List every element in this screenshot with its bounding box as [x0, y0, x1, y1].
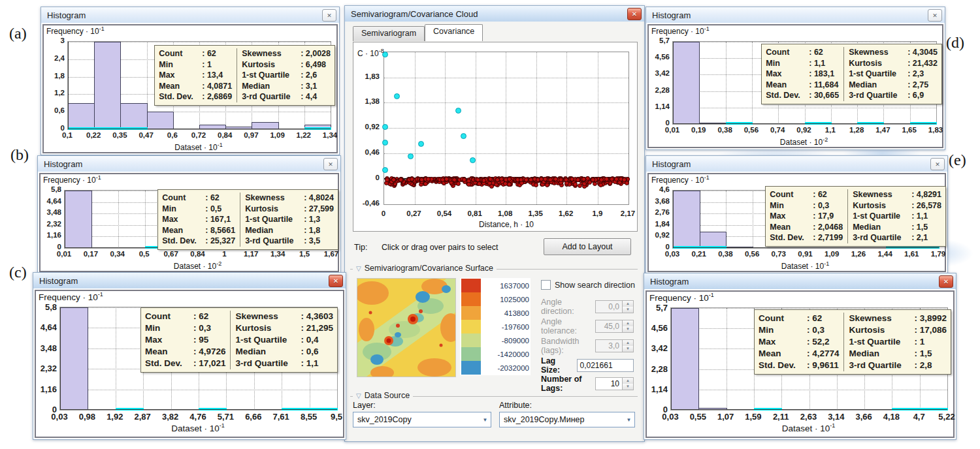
close-button[interactable]: ✕ [939, 275, 953, 288]
close-button[interactable]: ✕ [627, 8, 642, 20]
attribute-dropdown[interactable]: skv_2019Copy.Минер ▼ [499, 412, 635, 427]
spinner-up-icon: ▲ [623, 320, 633, 326]
x-tick-label: 0,27 [402, 209, 427, 217]
histogram-window-f: Histogram✕Frequency · 10-15,74,563,422,2… [644, 273, 956, 440]
x-tick-label: 0,81 [463, 209, 487, 217]
statistic-value: : 4,2774 [807, 348, 840, 360]
statistic-row: Max: 52,2 [759, 336, 840, 348]
y-tick-label: 5,8 [41, 185, 61, 193]
window-body: Frequency · 10-15,74,563,422,281,1400,01… [646, 23, 945, 149]
figure-label-b: (b) [10, 146, 29, 164]
number-of-lags-spinner[interactable]: 10 ▲▼ [595, 377, 634, 390]
covariance-pair-point [391, 178, 396, 182]
statistic-value: : 3,8992 [914, 313, 947, 324]
statistics-box: Count: 62Min: 1,1Max: 183,1Mean: 11,684S… [761, 44, 942, 104]
covariance-pair-point [534, 183, 538, 187]
statistic-name: 1-st Quartile [849, 336, 914, 348]
x-tick-label: 1,17 [238, 250, 263, 258]
collapse-triangle-icon[interactable]: ▽ [356, 265, 361, 272]
window-titlebar[interactable]: Histogram✕ [41, 7, 339, 23]
close-icon: ✕ [932, 12, 938, 19]
spinner-buttons[interactable]: ▲▼ [623, 377, 634, 390]
covariance-pair-point [581, 177, 586, 181]
statistic-name: 1-st Quartile [242, 70, 301, 81]
statistic-value: : 17,086 [914, 324, 947, 336]
layer-dropdown[interactable]: skv_2019Copy ▼ [353, 412, 491, 427]
angle-direction-row: Angle direction: 0,0 ▲▼ [541, 300, 634, 314]
covariance-pair-point [564, 178, 568, 182]
x-tick-label: 0,03 [658, 412, 683, 422]
statistic-row: Count: 62 [770, 189, 843, 200]
collapse-triangle-icon[interactable]: ▽ [356, 392, 361, 399]
close-button[interactable]: ✕ [928, 9, 942, 22]
window-titlebar[interactable]: Histogram✕ [646, 7, 945, 23]
window-titlebar[interactable]: Histogram✕ [646, 156, 947, 172]
window-titlebar[interactable]: Histogram✕ [38, 156, 340, 172]
window-titlebar[interactable]: Semivariogram/Covariance Cloud ✕ [345, 6, 644, 22]
bandwidth-spinner: 3,0 ▲▼ [595, 339, 634, 352]
close-button[interactable]: ✕ [930, 158, 945, 170]
statistic-value: : 2,0468 [813, 222, 843, 233]
histogram-window-e: Histogram✕Frequency · 10-14,63,682,761,8… [645, 155, 948, 274]
covariance-pair-point [604, 177, 609, 181]
statistic-value: : 1 [202, 59, 212, 70]
statistic-value: : 0,3 [813, 200, 829, 211]
statistic-value: : 25,327 [205, 236, 235, 247]
window-body: Frequency · 10-15,74,563,422,281,1400,03… [644, 289, 956, 439]
x-tick-label: 1,83 [923, 126, 948, 134]
selected-pair-point [382, 140, 388, 146]
x-tick-label: 1 [212, 250, 237, 258]
tab-covariance[interactable]: Covariance [425, 24, 483, 41]
number-of-lags-value[interactable]: 10 [595, 377, 623, 390]
x-tick-label: 2,63 [796, 412, 821, 422]
attribute-label: Attribute: [499, 401, 532, 410]
window-titlebar[interactable]: Histogram✕ [644, 273, 956, 290]
window-title: Histogram [38, 159, 82, 169]
angle-tolerance-label: Angle tolerance: [541, 317, 595, 335]
spinner-up-icon: ▲ [623, 301, 633, 307]
statistic-value: : 2,0028 [301, 48, 331, 59]
legend-color-swatch [461, 333, 481, 347]
close-button[interactable]: ✕ [323, 158, 338, 170]
close-button[interactable]: ✕ [329, 275, 343, 287]
statistic-value: : 1,1 [911, 211, 928, 222]
show-search-direction-label: Show search direction [555, 281, 635, 290]
statistic-value: : 27,599 [304, 204, 334, 215]
statistic-row: 1-st Quartile: 1,3 [245, 214, 334, 225]
legend-value: 1637000 [481, 282, 529, 290]
statistic-value: : 0,4 [301, 334, 318, 346]
add-to-layout-button[interactable]: Add to Layout [544, 238, 631, 255]
figure-label-d: (d) [946, 34, 964, 52]
x-tick-label: 1,22 [291, 131, 316, 139]
number-of-lags-label: Number of Lags: [541, 375, 595, 393]
statistic-value: : 52,2 [807, 336, 830, 348]
statistic-row: Min: 0,3 [770, 200, 843, 211]
x-tick-label: 0,56 [740, 250, 764, 258]
statistic-value: : 167,1 [205, 214, 231, 225]
close-button[interactable]: ✕ [322, 9, 336, 22]
covariance-cloud-plot[interactable] [384, 52, 629, 205]
statistic-value: : 17,9 [813, 211, 834, 222]
statistic-row: 3-rd Quartile: 2,1 [853, 232, 941, 243]
x-tick-label: 0,01 [660, 126, 685, 134]
window-titlebar[interactable]: Histogram✕ [33, 273, 346, 289]
statistic-name: 3-rd Quartile [849, 90, 907, 101]
y-tick-label: 0,46 [359, 148, 380, 156]
statistic-row: Mean: 8,5661 [162, 225, 235, 236]
y-axis-line [60, 307, 61, 410]
y-tick-label: 3,42 [649, 69, 670, 77]
statistic-value: : 9,9611 [807, 360, 839, 371]
tab-semivariogram[interactable]: Semivariogram [353, 26, 425, 41]
statistic-name: Min [159, 59, 202, 70]
x-axis-line [673, 123, 936, 124]
show-search-direction-checkbox[interactable]: Show search direction [541, 280, 635, 290]
lag-size-input[interactable]: 0,021661 [577, 359, 634, 372]
covariance-pair-point [385, 178, 389, 182]
statistic-row: Mean: 2,0468 [770, 222, 843, 233]
gridline [726, 42, 727, 124]
close-icon: ✕ [943, 278, 949, 285]
statistic-value: : 4,3603 [301, 311, 333, 322]
x-tick-label: 0,54 [432, 209, 457, 217]
x-tick-label: 0,47 [134, 131, 159, 139]
figure-label-c: (c) [9, 264, 27, 281]
